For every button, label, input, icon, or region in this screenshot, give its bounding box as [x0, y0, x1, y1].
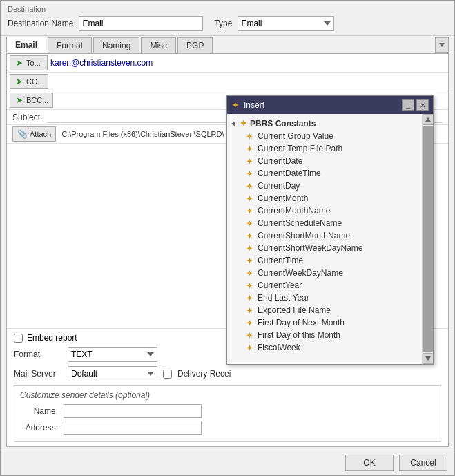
- list-item[interactable]: ✦ CurrentShortMonthName: [227, 229, 422, 242]
- tree-item-label: CurrentMonth: [258, 193, 308, 203]
- destination-name-input[interactable]: [79, 16, 203, 31]
- sender-title: Customize sender details (optional): [20, 390, 435, 400]
- address-row: Address:: [20, 421, 435, 435]
- list-item[interactable]: ✦ CurrentYear: [227, 279, 422, 292]
- mail-server-label: Mail Server: [14, 369, 62, 379]
- item-icon-0: ✦: [244, 131, 255, 141]
- tab-misc[interactable]: Misc: [141, 37, 176, 53]
- list-item[interactable]: ✦ CurrentShortWeekDayName: [227, 242, 422, 254]
- tree-item-label: Exported File Name: [258, 305, 331, 315]
- list-item[interactable]: ✦ CurrentTime: [227, 254, 422, 267]
- list-item[interactable]: ✦ First Day of Next Month: [227, 316, 422, 329]
- tree-item-label: First Day of this Month: [258, 330, 340, 340]
- list-item[interactable]: ✦ CurrentMonthName: [227, 204, 422, 217]
- tree-item-label: CurrentScheduleName: [258, 218, 342, 228]
- subject-label: Subject: [12, 113, 47, 122]
- to-label: To...: [26, 59, 41, 67]
- format-dropdown[interactable]: TEXT: [68, 347, 157, 362]
- list-item[interactable]: ✦ CurrentMonth: [227, 192, 422, 204]
- to-input[interactable]: [48, 57, 445, 69]
- ok-button[interactable]: OK: [345, 455, 394, 471]
- insert-popup: ✦ Insert _ ✕ ✦ PBRS Constants: [226, 95, 434, 365]
- tree-item-label: CurrentTime: [258, 256, 303, 265]
- bcc-arrow-icon: ➤: [14, 96, 24, 104]
- tree-item-label: FiscalWeek: [258, 343, 300, 352]
- cc-input[interactable]: [48, 75, 445, 88]
- to-button[interactable]: ➤ To...: [10, 55, 48, 70]
- type-dropdown[interactable]: Email: [238, 16, 334, 31]
- cc-row: ➤ CC...: [7, 73, 448, 91]
- list-item[interactable]: ✦ FiscalWeek: [227, 341, 422, 354]
- popup-close-button[interactable]: ✕: [416, 99, 429, 111]
- tree-list: ✦ PBRS Constants ✦ Current Group Value ✦…: [227, 114, 422, 364]
- tab-email[interactable]: Email: [6, 37, 46, 53]
- destination-name-label: Destination Name: [8, 19, 73, 28]
- tree-root-label: PBRS Constants: [250, 119, 316, 128]
- cancel-button[interactable]: Cancel: [399, 455, 447, 471]
- pbrs-root-icon: ✦: [240, 118, 247, 128]
- list-item[interactable]: ✦ Current Group Value: [227, 130, 422, 142]
- list-item[interactable]: ✦ Current Temp File Path: [227, 142, 422, 155]
- item-icon-12: ✦: [244, 280, 255, 290]
- embed-checkbox[interactable]: [14, 334, 23, 343]
- tree-item-label: First Day of Next Month: [258, 318, 345, 327]
- name-row: Name:: [20, 404, 435, 418]
- item-icon-5: ✦: [244, 193, 255, 203]
- attach-button[interactable]: 📎 Attach: [12, 126, 56, 142]
- list-item[interactable]: ✦ End Last Year: [227, 292, 422, 304]
- mail-server-dropdown[interactable]: Default: [68, 366, 157, 381]
- list-item[interactable]: ✦ First Day of this Month: [227, 329, 422, 341]
- item-icon-16: ✦: [244, 330, 255, 340]
- popup-title: ✦ Insert: [231, 99, 264, 111]
- to-row: ➤ To...: [7, 54, 448, 73]
- bcc-button[interactable]: ➤ BCC...: [10, 93, 53, 108]
- list-item[interactable]: ✦ CurrentScheduleName: [227, 217, 422, 229]
- item-icon-10: ✦: [244, 256, 255, 265]
- cc-button[interactable]: ➤ CC...: [10, 74, 48, 89]
- list-item[interactable]: ✦ CurrentDay: [227, 180, 422, 192]
- item-icon-11: ✦: [244, 268, 255, 278]
- list-item[interactable]: ✦ CurrentWeekDayName: [227, 267, 422, 279]
- content-area: ➤ To... ➤ CC... ➤ BCC... Subject: [6, 53, 449, 447]
- scrollbar-up-button[interactable]: [423, 114, 434, 125]
- cc-arrow-icon: ➤: [14, 77, 24, 86]
- collapse-icon: [231, 121, 235, 126]
- tab-overflow-dropdown[interactable]: [435, 37, 449, 53]
- tab-naming[interactable]: Naming: [93, 37, 139, 53]
- popup-title-label: Insert: [244, 100, 264, 110]
- tree-item-label: End Last Year: [258, 293, 309, 303]
- type-label: Type: [214, 19, 232, 28]
- delivery-label: Delivery Recei: [177, 369, 231, 379]
- item-icon-15: ✦: [244, 318, 255, 327]
- tree-item-label: CurrentDate: [258, 156, 302, 166]
- cc-label: CC...: [26, 77, 43, 86]
- paperclip-icon: 📎: [17, 129, 28, 139]
- list-item[interactable]: ✦ CurrentDate: [227, 155, 422, 167]
- popup-content: ✦ PBRS Constants ✦ Current Group Value ✦…: [227, 114, 433, 364]
- tab-pgp[interactable]: PGP: [177, 37, 213, 53]
- scrollbar-down-button[interactable]: [423, 353, 434, 364]
- list-item[interactable]: ✦ CurrentDateTime: [227, 167, 422, 180]
- format-label: Format: [14, 350, 62, 359]
- item-icon-1: ✦: [244, 144, 255, 153]
- item-icon-6: ✦: [244, 206, 255, 216]
- name-input[interactable]: [64, 404, 202, 418]
- embed-label: Embed report: [27, 333, 77, 343]
- popup-controls: _ ✕: [402, 99, 429, 111]
- attach-path: C:\Program Files (x86)\ChristianSteven\S…: [61, 130, 224, 138]
- item-icon-14: ✦: [244, 305, 255, 315]
- tree-root-pbrs[interactable]: ✦ PBRS Constants: [227, 117, 422, 130]
- tree-item-label: Current Temp File Path: [258, 144, 342, 153]
- tab-format[interactable]: Format: [48, 37, 92, 53]
- chevron-down-icon: [439, 43, 445, 47]
- scrollbar-thumb[interactable]: [423, 126, 433, 352]
- sender-section: Customize sender details (optional) Name…: [14, 385, 441, 442]
- destination-row: Destination Name Type Email: [8, 16, 447, 31]
- footer: OK Cancel: [1, 450, 454, 475]
- list-item[interactable]: ✦ Exported File Name: [227, 304, 422, 316]
- item-icon-2: ✦: [244, 156, 255, 166]
- address-input[interactable]: [64, 421, 202, 435]
- delivery-checkbox[interactable]: [163, 370, 172, 379]
- popup-minimize-button[interactable]: _: [402, 99, 414, 111]
- tree-item-label: CurrentYear: [258, 280, 302, 290]
